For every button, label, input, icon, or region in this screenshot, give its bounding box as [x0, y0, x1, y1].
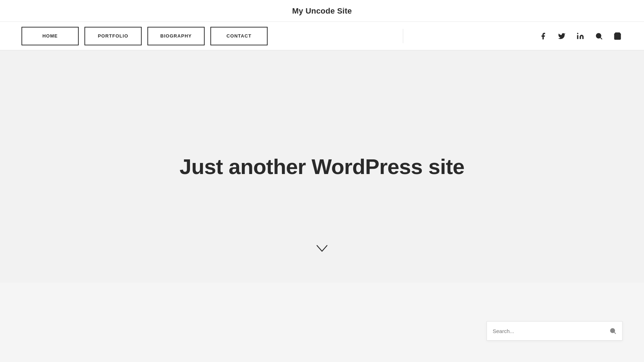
twitter-icon[interactable] [557, 31, 567, 41]
nav-biography[interactable]: BIOGRAPHY [147, 27, 205, 45]
cart-icon[interactable] [613, 31, 623, 41]
hero-section: Just another WordPress site [0, 50, 644, 283]
site-title-bar: My Uncode Site [0, 0, 644, 22]
site-title: My Uncode Site [292, 6, 352, 16]
search-input[interactable] [493, 328, 609, 334]
nav-home[interactable]: HOME [21, 27, 79, 45]
facebook-icon[interactable] [538, 31, 548, 41]
nav-divider [403, 29, 403, 43]
hero-title: Just another WordPress site [180, 154, 464, 179]
nav-contact[interactable]: CONTACT [210, 27, 268, 45]
svg-point-0 [577, 33, 579, 34]
svg-line-5 [614, 332, 616, 334]
search-submit-icon[interactable] [609, 327, 616, 334]
svg-line-2 [600, 38, 602, 39]
nav-icons [538, 31, 623, 41]
search-box [487, 321, 623, 341]
scroll-down-chevron[interactable] [316, 244, 328, 254]
navbar: HOME PORTFOLIO BIOGRAPHY CONTACT [0, 22, 644, 50]
search-icon[interactable] [594, 31, 604, 41]
linkedin-icon[interactable] [575, 31, 585, 41]
nav-portfolio[interactable]: PORTFOLIO [84, 27, 142, 45]
nav-links: HOME PORTFOLIO BIOGRAPHY CONTACT [21, 27, 268, 45]
